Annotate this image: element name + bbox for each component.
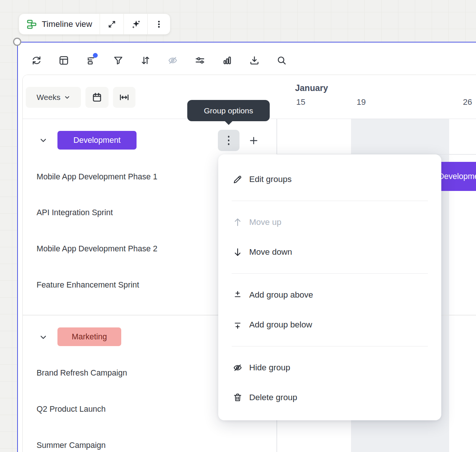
kebab-menu-icon: [154, 19, 164, 29]
settings-button[interactable]: [192, 52, 208, 69]
sparkles-icon: [131, 19, 141, 29]
menu-divider: [232, 201, 428, 201]
task-row[interactable]: Mobile App Development Phase 1: [37, 172, 157, 182]
menu-item-hide-group[interactable]: Hide group: [218, 353, 441, 383]
group-badge-development[interactable]: Development: [57, 131, 137, 150]
chevron-down-icon: [64, 94, 70, 100]
tooltip-text: Group options: [204, 106, 253, 115]
task-row[interactable]: Brand Refresh Campaign: [37, 368, 127, 378]
task-row[interactable]: Mobile App Development Phase 2: [37, 244, 157, 254]
widget-type-button[interactable]: Timeline view: [19, 14, 100, 34]
search-icon: [276, 55, 287, 66]
eye-off-icon: [232, 362, 243, 373]
hide-button[interactable]: [165, 52, 181, 69]
group-options-menu: Edit groups Move up Move down Add group …: [218, 154, 441, 420]
chart-icon: [222, 55, 233, 66]
menu-item-label: Add group above: [249, 290, 313, 300]
menu-item-label: Add group below: [249, 320, 312, 330]
fit-width-button[interactable]: [113, 87, 135, 108]
group-badge-marketing[interactable]: Marketing: [57, 327, 121, 346]
floating-toolbar: Timeline view: [19, 13, 170, 35]
add-group-above-icon: [232, 290, 243, 300]
task-bar-label: Development: [438, 172, 476, 181]
menu-item-label: Edit groups: [249, 175, 292, 184]
fit-width-icon: [119, 92, 130, 103]
search-button[interactable]: [273, 52, 290, 69]
menu-item-add-group-below[interactable]: Add group below: [218, 310, 441, 340]
kebab-menu-icon: [228, 136, 230, 145]
scale-selector[interactable]: Weeks: [26, 87, 81, 108]
tooltip-arrow: [225, 121, 233, 125]
export-button[interactable]: [246, 52, 263, 69]
add-task-button[interactable]: [247, 134, 261, 148]
group-badge-label: Development: [73, 136, 121, 145]
settings-icon: [194, 55, 206, 66]
menu-item-move-up[interactable]: Move up: [218, 207, 441, 237]
hide-icon: [167, 55, 178, 66]
groups-badge-dot: [93, 53, 98, 58]
menu-divider: [232, 346, 428, 346]
task-row[interactable]: Summer Campaign: [37, 441, 106, 450]
timeline-icon: [26, 19, 37, 29]
menu-item-edit-groups[interactable]: Edit groups: [218, 164, 441, 194]
ai-assist-button[interactable]: [124, 14, 147, 34]
widget-icon-toolbar: [28, 52, 290, 69]
menu-divider: [232, 273, 428, 274]
group-badge-label: Marketing: [72, 332, 107, 342]
date-tick: 15: [296, 97, 305, 107]
filter-button[interactable]: [110, 52, 126, 69]
chart-button[interactable]: [219, 52, 235, 69]
sort-icon: [140, 55, 151, 66]
groups-button[interactable]: [83, 52, 99, 69]
add-group-below-icon: [232, 320, 243, 330]
sort-button[interactable]: [137, 52, 154, 69]
menu-item-delete-group[interactable]: Delete group: [218, 383, 441, 412]
layout-icon: [58, 55, 69, 66]
group-options-button[interactable]: [218, 130, 239, 151]
selection-handle[interactable]: [13, 38, 21, 46]
widget-menu-button[interactable]: [148, 14, 170, 34]
task-row[interactable]: Feature Enhancement Sprint: [37, 280, 139, 290]
collapse-group-marketing[interactable]: [37, 330, 50, 344]
sync-icon: [31, 55, 42, 66]
arrow-down-icon: [232, 247, 243, 257]
collapse-group-development[interactable]: [37, 134, 50, 147]
menu-item-add-group-above[interactable]: Add group above: [218, 280, 441, 310]
menu-item-move-down[interactable]: Move down: [218, 237, 441, 267]
menu-item-label: Move down: [249, 247, 292, 257]
arrow-up-icon: [232, 217, 243, 227]
menu-item-label: Move up: [249, 217, 281, 227]
scale-selector-value: Weeks: [37, 93, 60, 102]
export-icon: [249, 55, 260, 66]
trash-icon: [232, 392, 243, 403]
menu-item-label: Delete group: [249, 393, 297, 402]
pencil-icon: [232, 174, 243, 185]
expand-icon: [107, 19, 117, 29]
calendar-button[interactable]: [85, 87, 109, 108]
date-tick: 26: [463, 97, 472, 107]
task-row[interactable]: Q2 Product Launch: [37, 405, 106, 414]
layout-button[interactable]: [56, 52, 72, 69]
widget-title: Timeline view: [42, 19, 92, 29]
expand-button[interactable]: [100, 14, 123, 34]
task-row[interactable]: API Integration Sprint: [37, 208, 113, 217]
filter-icon: [113, 55, 124, 66]
month-label: January: [295, 83, 328, 93]
calendar-icon: [91, 92, 103, 103]
sync-button[interactable]: [28, 52, 45, 69]
group-options-tooltip: Group options: [187, 100, 270, 121]
menu-item-label: Hide group: [249, 363, 290, 373]
date-tick: 19: [357, 97, 366, 107]
